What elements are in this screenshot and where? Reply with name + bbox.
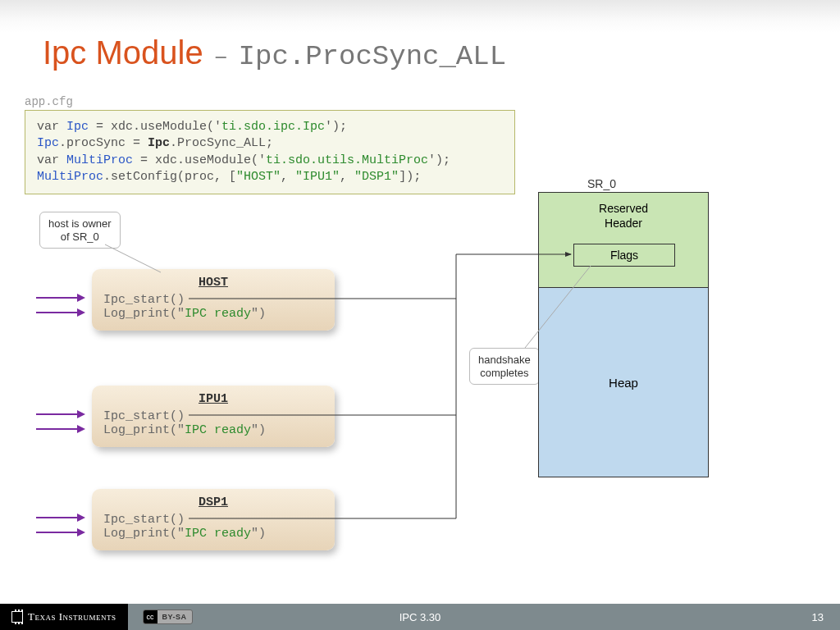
handshake-label: handshake completes: [469, 348, 540, 385]
cc-badge: ccBY-SA: [143, 609, 193, 624]
title-sub: Ipc.ProcSync_ALL: [239, 41, 506, 72]
arrow-icon: [36, 413, 84, 415]
proc-dsp1-box: DSP1 Ipc_start() Log_print("IPC ready"): [92, 489, 335, 550]
footer-bar: Texas Instruments ccBY-SA IPC 3.30 13: [0, 604, 840, 630]
svg-line-0: [105, 244, 161, 272]
slide-title: Ipc Module – Ipc.ProcSync_ALL: [43, 34, 506, 72]
sr0-heap: Heap: [539, 288, 708, 477]
code-box: var Ipc = xdc.useModule('ti.sdo.ipc.Ipc'…: [25, 110, 515, 194]
ti-logo: Texas Instruments: [0, 604, 128, 630]
proc-host-box: HOST Ipc_start() Log_print("IPC ready"): [92, 269, 335, 331]
host-owner-label: host is owner of SR_0: [39, 212, 121, 249]
appcfg-label: app.cfg: [25, 95, 73, 108]
proc-ipu1-box: IPU1 Ipc_start() Log_print("IPC ready"): [92, 386, 335, 447]
arrow-icon: [36, 428, 84, 430]
chip-icon: [11, 611, 23, 623]
arrow-icon: [36, 312, 84, 313]
arrow-icon: [36, 532, 84, 533]
footer-title: IPC 3.30: [399, 611, 441, 623]
page-number: 13: [812, 611, 840, 623]
title-main: Ipc Module: [43, 34, 203, 71]
sr0-label: SR_0: [587, 177, 616, 190]
arrow-icon: [36, 517, 84, 518]
arrow-icon: [36, 297, 84, 299]
sr0-box: Reserved Header Flags Heap: [538, 192, 709, 477]
title-dash: –: [213, 43, 228, 71]
sr0-header: Reserved Header Flags: [539, 193, 708, 288]
flags-box: Flags: [573, 244, 675, 267]
